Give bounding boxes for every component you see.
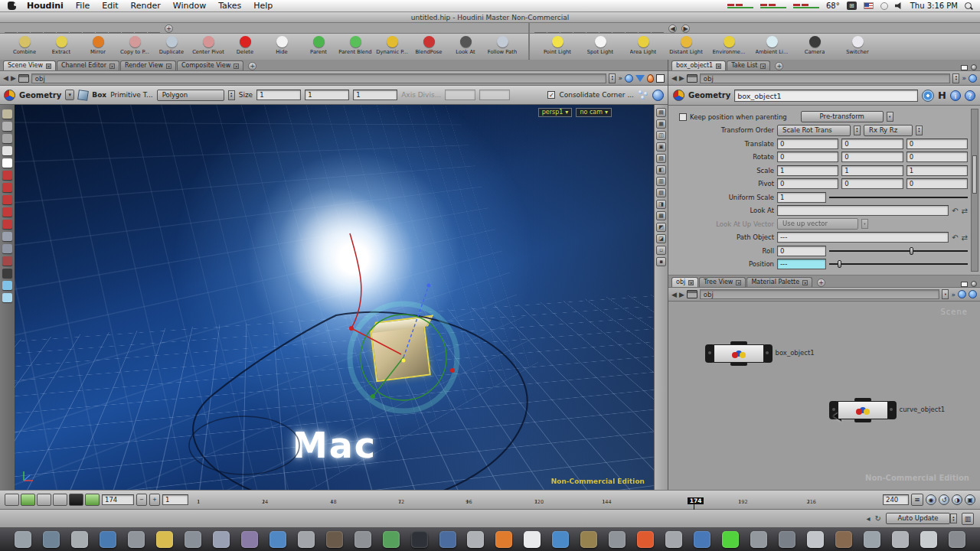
memory-monitor-icon[interactable]: ▥ <box>962 513 974 525</box>
node-curve-object1[interactable]: curve_object1 <box>829 401 897 419</box>
add-pane-tab-button[interactable]: + <box>248 62 256 70</box>
pane-maximize-icon[interactable] <box>656 74 665 83</box>
node-box-object1[interactable]: box_object1 <box>705 344 773 363</box>
side-tool-icon[interactable] <box>2 207 12 217</box>
menu-item[interactable]: Help <box>253 1 273 11</box>
path-stepper[interactable]: ▴▾ <box>952 73 959 83</box>
dock-icon[interactable] <box>71 531 88 548</box>
refresh-icon[interactable]: ↻ <box>875 514 881 523</box>
side-tool-icon[interactable] <box>2 134 12 143</box>
rotate-z-field[interactable]: 0 <box>906 152 968 162</box>
shelf-tab[interactable] <box>612 32 625 33</box>
viewport-tool-icon[interactable]: ▧ <box>656 154 666 163</box>
shelf-tab[interactable] <box>57 32 69 33</box>
dock-icon[interactable] <box>354 531 371 548</box>
pre-transform-menu[interactable]: Pre-transform <box>801 111 884 122</box>
rotate-x-field[interactable]: 0 <box>777 152 838 162</box>
globe-icon[interactable] <box>969 74 977 83</box>
auto-update-select[interactable]: Auto Update <box>886 513 950 524</box>
side-tool-icon[interactable] <box>2 158 12 168</box>
keep-position-checkbox[interactable] <box>679 113 687 121</box>
network-control-icon[interactable]: ↺ <box>939 494 949 505</box>
shelf-tool[interactable]: Center Pivot <box>190 34 227 60</box>
time-machine-icon[interactable] <box>880 2 888 10</box>
dock-icon[interactable] <box>43 531 60 548</box>
menu-item[interactable]: Window <box>173 1 206 11</box>
pane-split-icon[interactable] <box>971 64 977 70</box>
dock-icon[interactable] <box>580 531 597 548</box>
menu-extra-ticker[interactable] <box>760 3 786 8</box>
path-stepper[interactable]: ▴▾ <box>609 73 616 83</box>
shelf-tool[interactable]: Ambient Li... <box>750 34 793 60</box>
translate-x-field[interactable]: 0 <box>777 139 838 149</box>
shelf-tab[interactable] <box>5 32 17 33</box>
pointer-icon[interactable]: ◂ <box>867 514 871 523</box>
pin-icon[interactable] <box>647 74 654 83</box>
pane-tab[interactable]: Render View × <box>120 60 176 70</box>
dock-icon[interactable] <box>665 531 682 548</box>
dock-icon[interactable] <box>722 531 739 548</box>
rotate-y-field[interactable]: 0 <box>841 152 903 162</box>
size-z-field[interactable]: 1 <box>353 90 397 100</box>
shelf-tool[interactable]: BlendPose <box>410 34 447 60</box>
shelf-tool[interactable]: Mirror <box>80 34 116 60</box>
shelf-tab[interactable] <box>652 32 664 33</box>
add-pane-tab-button[interactable]: + <box>775 62 783 70</box>
close-icon[interactable]: × <box>736 280 741 285</box>
timeline-ruler[interactable]: 124487296120144192216 174 <box>197 491 874 509</box>
shelf-tab[interactable] <box>148 32 160 33</box>
menu-item[interactable]: Takes <box>218 1 241 11</box>
dock-icon[interactable] <box>213 531 230 548</box>
points-icon[interactable] <box>638 90 648 100</box>
pane-tab[interactable]: Tree View × <box>699 277 746 287</box>
link-icon[interactable]: » <box>618 74 622 82</box>
shelf-tool[interactable]: Distant Light <box>665 34 707 60</box>
dock-icon[interactable] <box>439 531 456 548</box>
side-tool-icon[interactable] <box>2 183 12 192</box>
menu-bar-clock[interactable]: Thu 3:16 PM <box>910 2 958 10</box>
dock-icon[interactable] <box>835 531 852 548</box>
menu-item[interactable]: Edit <box>102 1 118 11</box>
size-y-field[interactable]: 1 <box>305 90 349 100</box>
dock-icon[interactable] <box>128 531 145 548</box>
position-slider[interactable] <box>829 259 968 269</box>
shelf-tool[interactable]: Switcher <box>836 34 879 60</box>
globe-icon[interactable] <box>625 74 633 83</box>
uniform-scale-slider[interactable] <box>829 193 968 202</box>
op-jump-icon[interactable]: ↶ <box>952 207 958 215</box>
pane-tab[interactable]: Material Palette × <box>746 277 812 287</box>
dock-icon[interactable] <box>15 531 31 548</box>
playbar-options-button[interactable]: ≡ <box>911 494 923 506</box>
frame-increment-button[interactable]: + <box>149 494 160 506</box>
pane-maximize-icon[interactable] <box>961 65 968 70</box>
help-icon[interactable]: ? <box>965 90 975 101</box>
dock-icon[interactable] <box>524 531 541 548</box>
playback-button[interactable] <box>37 494 51 506</box>
info-icon[interactable]: i <box>950 90 961 101</box>
menu-item[interactable]: File <box>76 1 90 11</box>
viewport-tool-icon[interactable]: ▥ <box>656 177 666 186</box>
primitive-type-select[interactable]: Polygon <box>157 90 224 101</box>
side-tool-icon[interactable] <box>2 293 12 302</box>
dock-icon[interactable] <box>298 531 315 548</box>
side-tool-icon[interactable] <box>2 171 12 180</box>
weather-widget[interactable]: 68° <box>826 2 840 10</box>
shelf-tool[interactable]: Area Light <box>622 34 665 60</box>
side-tool-icon[interactable] <box>2 269 12 278</box>
spotlight-icon[interactable] <box>965 2 972 10</box>
shelf-tab[interactable] <box>547 32 560 33</box>
close-icon[interactable]: × <box>688 280 694 285</box>
search-icon[interactable] <box>969 290 977 298</box>
nav-back-icon[interactable]: ◀ <box>3 74 8 82</box>
pre-transform-stepper[interactable]: ▾ <box>887 112 893 122</box>
viewport-tool-icon[interactable]: ▤ <box>656 108 666 117</box>
dock-icon[interactable] <box>185 531 201 548</box>
viewport-tool-icon[interactable]: ▩ <box>656 211 666 220</box>
node-name-label[interactable]: curve_object1 <box>900 406 946 413</box>
shelf-tool[interactable]: Parent Blend <box>337 34 374 60</box>
side-tool-icon[interactable] <box>2 195 12 204</box>
path-stepper[interactable]: ▾ <box>942 289 949 299</box>
uniform-scale-field[interactable]: 1 <box>777 192 826 203</box>
pane-tab[interactable]: Composite View × <box>177 60 243 70</box>
shelf-tab[interactable] <box>534 32 547 33</box>
